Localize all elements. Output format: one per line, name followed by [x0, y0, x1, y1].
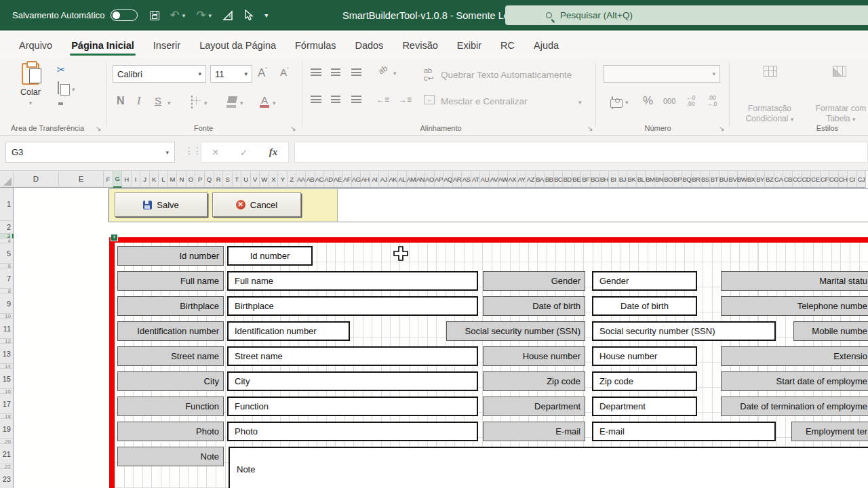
column-header-W[interactable]: W — [260, 171, 269, 188]
column-header-AH[interactable]: AH — [361, 171, 370, 188]
column-header-Q[interactable]: Q — [205, 171, 214, 188]
set-square-icon[interactable] — [222, 10, 233, 21]
fill-color-chevron-icon[interactable]: ▾ — [240, 100, 243, 106]
column-header-AU[interactable]: AU — [480, 171, 490, 188]
row-header-15[interactable]: 15 — [0, 369, 14, 389]
form-field-zip-code[interactable]: Zip code — [592, 371, 697, 391]
column-header-AD[interactable]: AD — [324, 171, 334, 188]
column-header-S[interactable]: S — [223, 171, 233, 188]
column-header-BG[interactable]: BG — [591, 171, 600, 188]
row-header-5[interactable]: 5 — [0, 243, 14, 264]
bold-button[interactable]: N — [117, 96, 125, 106]
autosave-control[interactable]: Salvamento Automático — [12, 9, 138, 21]
column-header-M[interactable]: M — [168, 171, 178, 188]
undo-chevron-icon[interactable]: ▾ — [182, 12, 186, 19]
column-header-BY[interactable]: BY — [756, 171, 766, 188]
form-field-function[interactable]: Function — [227, 396, 478, 416]
row-header-3[interactable]: 3 — [0, 234, 14, 239]
fill-color-icon[interactable] — [227, 96, 237, 103]
column-header-G[interactable]: G — [113, 171, 123, 188]
row-header-13[interactable]: 13 — [0, 344, 14, 364]
conditional-formatting-icon[interactable] — [764, 66, 777, 77]
form-field-house-number[interactable]: House number — [592, 346, 697, 366]
row-header-18[interactable]: 18 — [0, 414, 14, 419]
column-header-BM[interactable]: BM — [646, 171, 655, 188]
column-header-AS[interactable]: AS — [462, 171, 471, 188]
column-header-AP[interactable]: AP — [435, 171, 444, 188]
row-header-19[interactable]: 19 — [0, 419, 14, 439]
column-header-BT[interactable]: BT — [710, 171, 719, 188]
orientation-icon[interactable]: ab — [377, 64, 389, 75]
column-header-L[interactable]: L — [159, 171, 168, 188]
column-header-N[interactable]: N — [177, 171, 186, 188]
column-header-J[interactable]: J — [140, 171, 150, 188]
row-header-22[interactable]: 22 — [0, 464, 14, 469]
column-header-CG[interactable]: CG — [829, 171, 839, 188]
redo-chevron-icon[interactable]: ▾ — [209, 12, 212, 19]
save-icon[interactable] — [150, 11, 159, 20]
column-header-AW[interactable]: AW — [499, 171, 509, 188]
column-header-D[interactable]: D — [14, 171, 59, 188]
copy-icon[interactable] — [58, 81, 59, 94]
save-button[interactable]: Salve — [115, 192, 208, 217]
namebox-resize-grip[interactable]: ⋮⋮ — [184, 145, 201, 156]
undo-icon[interactable]: ↶ — [170, 9, 180, 21]
column-header-BZ[interactable]: BZ — [765, 171, 774, 188]
column-header-Z[interactable]: Z — [288, 171, 297, 188]
column-header-AJ[interactable]: AJ — [379, 171, 389, 188]
column-header-BL[interactable]: BL — [637, 171, 646, 188]
wrap-text-label[interactable]: Quebrar Texto Automaticamente — [441, 70, 572, 80]
redo-icon[interactable]: ↷ — [196, 9, 205, 21]
borders-icon[interactable] — [191, 96, 193, 108]
row-header-11[interactable]: 11 — [0, 319, 14, 339]
tab-p-gina-inicial[interactable]: Página Inicial — [62, 34, 144, 58]
row-header-9[interactable]: 9 — [0, 293, 14, 314]
column-header-AC[interactable]: AC — [315, 171, 325, 188]
tab-inserir[interactable]: Inserir — [144, 34, 190, 58]
underline-chevron-icon[interactable]: ▾ — [167, 100, 171, 106]
orientation-chevron-icon[interactable]: ▾ — [393, 70, 397, 77]
column-header-CD[interactable]: CD — [802, 171, 812, 188]
column-header-BV[interactable]: BV — [728, 171, 738, 188]
form-field-id-number[interactable]: Id number — [227, 246, 313, 266]
font-size-combo[interactable]: 11▾ — [210, 65, 252, 83]
accounting-chevron-icon[interactable]: ▾ — [625, 99, 629, 106]
column-header-AF[interactable]: AF — [342, 171, 352, 188]
column-header-AN[interactable]: AN — [416, 171, 426, 188]
column-header-CE[interactable]: CE — [811, 171, 821, 188]
column-header-O[interactable]: O — [186, 171, 196, 188]
column-header-BK[interactable]: BK — [627, 171, 637, 188]
column-header-BS[interactable]: BS — [701, 171, 711, 188]
copy-chevron-icon[interactable]: ▾ — [72, 86, 75, 93]
column-header-Y[interactable]: Y — [278, 171, 288, 188]
alignment-dialog-launcher-icon[interactable]: ↘ — [587, 125, 593, 132]
font-dialog-launcher-icon[interactable]: ↘ — [290, 125, 296, 132]
decrease-decimal-icon[interactable]: .00→.0 — [707, 95, 717, 108]
tab-revis-o[interactable]: Revisão — [393, 34, 447, 58]
row-header-8[interactable]: 8 — [0, 289, 14, 293]
autosave-toggle[interactable] — [111, 9, 138, 21]
cursor-arrow-icon[interactable] — [244, 9, 254, 21]
column-header-K[interactable]: K — [150, 171, 159, 188]
tab-exibir[interactable]: Exibir — [448, 34, 491, 58]
align-left-icon[interactable] — [311, 96, 321, 103]
column-header-H[interactable]: H — [122, 171, 132, 188]
column-header-CB[interactable]: CB — [783, 171, 793, 188]
align-right-icon[interactable] — [351, 96, 361, 103]
row-header-23[interactable]: 23 — [0, 469, 14, 488]
form-field-e-mail[interactable]: E-mail — [592, 422, 776, 441]
column-header-AY[interactable]: AY — [517, 171, 527, 188]
row-header-4[interactable]: 4 — [0, 239, 14, 243]
form-field-street-name[interactable]: Street name — [227, 346, 478, 366]
column-header-BI[interactable]: BI — [609, 171, 618, 188]
column-header-CJ[interactable]: CJ — [857, 171, 867, 188]
merge-center-chevron-icon[interactable]: ▾ — [578, 99, 582, 106]
column-header-BN[interactable]: BN — [655, 171, 665, 188]
column-header-BF[interactable]: BF — [581, 171, 591, 188]
align-top-icon[interactable] — [311, 68, 321, 76]
font-name-combo[interactable]: Calibri▾ — [113, 65, 206, 83]
search-box[interactable]: Pesquisar (Alt+Q) — [505, 5, 868, 25]
wrap-text-icon[interactable]: abc↩ — [424, 67, 434, 82]
paste-button[interactable]: Colar ▾ — [20, 63, 41, 106]
merge-center-label[interactable]: Mesclar e Centralizar — [441, 96, 528, 106]
